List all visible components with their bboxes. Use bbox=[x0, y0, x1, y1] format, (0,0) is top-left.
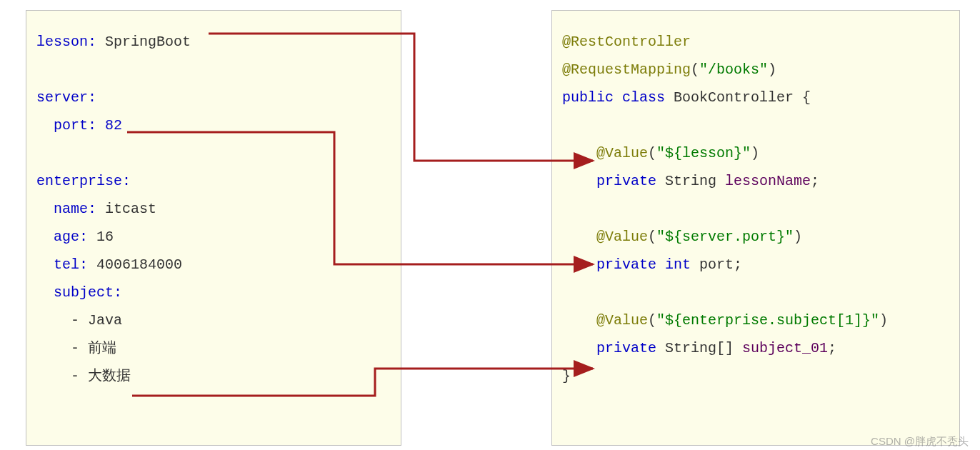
java-line-field1: private String lessonName; bbox=[562, 167, 949, 195]
semi: ; bbox=[828, 340, 836, 356]
yaml-key-enterprise: enterprise bbox=[36, 173, 122, 189]
yaml-colon: : bbox=[88, 201, 96, 217]
yaml-colon: : bbox=[79, 256, 88, 273]
yaml-val-tel: 4006184000 bbox=[96, 256, 182, 273]
yaml-colon: : bbox=[88, 89, 96, 106]
class-name: BookController bbox=[674, 89, 794, 106]
brace-close: } bbox=[562, 368, 571, 384]
field-port: port bbox=[699, 256, 734, 273]
semi: ; bbox=[734, 256, 742, 273]
java-line-value3: @Value("${enterprise.subject[1]}") bbox=[562, 306, 949, 334]
yaml-dash: - bbox=[71, 340, 88, 356]
value3-arg: "${enterprise.subject[1]}" bbox=[656, 312, 879, 329]
kw-private: private bbox=[596, 340, 656, 356]
yaml-line-subject: subject: bbox=[36, 279, 391, 306]
anno-value: @Value bbox=[596, 229, 648, 245]
anno-requestmapping: @RequestMapping bbox=[562, 61, 691, 78]
java-line-field2: private int port; bbox=[562, 251, 949, 279]
semi: ; bbox=[811, 173, 819, 189]
java-line-value2: @Value("${server.port}") bbox=[562, 223, 949, 251]
watermark-text: CSDN @胖虎不秃头 bbox=[871, 435, 969, 449]
rparen: ) bbox=[751, 145, 759, 161]
yaml-val-lesson: SpringBoot bbox=[105, 34, 191, 50]
yaml-val-age: 16 bbox=[96, 229, 114, 245]
yaml-line-age: age: 16 bbox=[36, 223, 391, 251]
yaml-val-name: itcast bbox=[105, 201, 156, 217]
yaml-colon: : bbox=[88, 34, 96, 50]
yaml-config-panel: lesson: SpringBoot server: port: 82 ente… bbox=[26, 10, 401, 446]
yaml-line-port: port: 82 bbox=[36, 111, 391, 139]
yaml-subj2: 前端 bbox=[88, 340, 116, 356]
yaml-subj1: Java bbox=[88, 312, 122, 329]
blank-line bbox=[562, 279, 949, 306]
yaml-colon: : bbox=[88, 117, 96, 134]
lparen: ( bbox=[648, 312, 656, 329]
kw-class: class bbox=[622, 89, 665, 106]
blank-line bbox=[562, 111, 949, 139]
blank-line bbox=[36, 56, 391, 84]
yaml-key-server: server bbox=[36, 89, 88, 106]
yaml-line-name: name: itcast bbox=[36, 195, 391, 223]
yaml-dash: - bbox=[71, 312, 88, 329]
field-subject: subject_01 bbox=[742, 340, 828, 356]
kw-public: public bbox=[562, 89, 614, 106]
rparen: ) bbox=[794, 229, 802, 245]
yaml-subj3: 大数据 bbox=[88, 368, 131, 384]
yaml-key-lesson: lesson bbox=[36, 34, 88, 50]
blank-line bbox=[562, 195, 949, 223]
yaml-line-server: server: bbox=[36, 84, 391, 111]
java-code-panel: @RestController @RequestMapping("/books"… bbox=[551, 10, 960, 446]
field-lesson: lessonName bbox=[725, 173, 811, 189]
anno-value: @Value bbox=[596, 312, 648, 329]
value2-arg: "${server.port}" bbox=[656, 229, 794, 245]
type-string: String bbox=[665, 173, 716, 189]
lparen: ( bbox=[648, 145, 656, 161]
yaml-dash: - bbox=[71, 368, 88, 384]
java-line-value1: @Value("${lesson}") bbox=[562, 139, 949, 167]
java-line-classdecl: public class BookController { bbox=[562, 84, 949, 111]
yaml-key-age: age bbox=[54, 229, 79, 245]
yaml-colon: : bbox=[79, 229, 88, 245]
java-line-close: } bbox=[562, 362, 949, 390]
yaml-line-subj3: - 大数据 bbox=[36, 362, 391, 390]
lparen: ( bbox=[691, 61, 699, 78]
rparen: ) bbox=[768, 61, 776, 78]
yaml-key-subject: subject bbox=[54, 284, 114, 301]
yaml-colon: : bbox=[122, 173, 131, 189]
anno-restcontroller: @RestController bbox=[562, 34, 691, 50]
anno-value: @Value bbox=[596, 145, 648, 161]
value1-arg: "${lesson}" bbox=[656, 145, 751, 161]
type-int: int bbox=[665, 256, 691, 273]
yaml-key-port: port bbox=[54, 117, 88, 134]
java-line-rest: @RestController bbox=[562, 28, 949, 56]
yaml-line-tel: tel: 4006184000 bbox=[36, 251, 391, 279]
yaml-line-subj2: - 前端 bbox=[36, 334, 391, 362]
java-line-field3: private String[] subject_01; bbox=[562, 334, 949, 362]
yaml-line-enterprise: enterprise: bbox=[36, 167, 391, 195]
yaml-key-tel: tel bbox=[54, 256, 79, 273]
rparen: ) bbox=[879, 312, 888, 329]
yaml-key-name: name bbox=[54, 201, 88, 217]
blank-line bbox=[36, 139, 391, 167]
lparen: ( bbox=[648, 229, 656, 245]
brace-open: { bbox=[802, 89, 811, 106]
type-stringarr: String[] bbox=[665, 340, 734, 356]
yaml-val-port: 82 bbox=[105, 117, 122, 134]
mapping-arg: "/books" bbox=[699, 61, 768, 78]
kw-private: private bbox=[596, 173, 656, 189]
yaml-colon: : bbox=[114, 284, 122, 301]
yaml-line-subj1: - Java bbox=[36, 306, 391, 334]
kw-private: private bbox=[596, 256, 656, 273]
yaml-line-lesson: lesson: SpringBoot bbox=[36, 28, 391, 56]
java-line-mapping: @RequestMapping("/books") bbox=[562, 56, 949, 84]
